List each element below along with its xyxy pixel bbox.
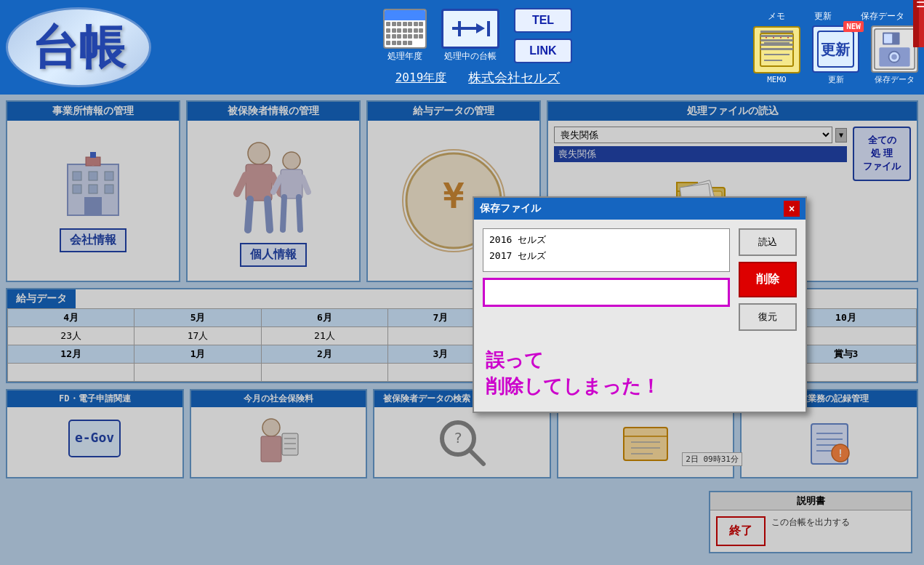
file-list: 2016 セルズ 2017 セルズ — [483, 228, 730, 272]
delete-button[interactable]: 削除 — [739, 262, 797, 297]
error-message-area: 誤って 削除してしまった！ — [474, 340, 806, 412]
modal-title: 保存ファイル — [480, 202, 541, 215]
modal-buttons: 読込 削除 復元 — [739, 228, 797, 331]
header: 台帳 — [0, 0, 924, 95]
yomikomi-button[interactable]: 読込 — [739, 228, 797, 256]
memo-icon — [753, 26, 800, 73]
fukugen-button[interactable]: 復元 — [739, 303, 797, 331]
company-name[interactable]: 株式会社セルズ — [468, 69, 560, 87]
svg-rect-4 — [917, 6, 924, 7]
modal-dialog: 保存ファイル × 2016 セルズ 2017 セルズ 読込 削除 復元 — [473, 196, 807, 413]
modal-overlay: 保存ファイル × 2016 セルズ 2017 セルズ 読込 削除 復元 — [0, 95, 924, 565]
memo-header-label: メモ — [768, 10, 785, 23]
logo-text: 台帳 — [32, 16, 125, 79]
svg-text:更新: 更新 — [820, 41, 850, 58]
calendar-button[interactable]: 処理年度 — [383, 9, 427, 63]
logo-oval: 台帳 — [6, 7, 151, 87]
file-item-2016[interactable]: 2016 セルズ — [486, 232, 726, 248]
header-bottom-row: 2019年度 株式会社セルズ — [395, 69, 561, 87]
savedata-header-label: 保存データ — [861, 10, 904, 23]
logo-area: 台帳 — [6, 7, 202, 87]
error-line1: 誤って — [486, 347, 794, 373]
modal-list-area: 2016 セルズ 2017 セルズ — [483, 228, 730, 331]
update-header-label: 更新 — [814, 10, 832, 23]
calendar-grid — [385, 20, 425, 47]
svg-rect-10 — [760, 33, 793, 66]
header-icons-row: MEMO NEW 更新 更新 — [753, 25, 918, 85]
svg-rect-26 — [884, 33, 892, 43]
modal-titlebar: 保存ファイル × — [474, 198, 806, 220]
header-center: 処理年度 処理中の台帳 TEL LINK — [202, 8, 753, 87]
new-badge: NEW — [843, 21, 864, 32]
calendar-label: 処理年度 — [387, 50, 422, 63]
selected-file-input[interactable] — [483, 278, 730, 307]
svg-point-24 — [891, 54, 897, 60]
memo-button[interactable]: MEMO — [753, 26, 800, 84]
error-message: 誤って 削除してしまった！ — [486, 347, 794, 400]
header-right: メモ 更新 保存データ — [753, 10, 918, 85]
daicyo-button[interactable]: 処理中の台帳 — [441, 9, 499, 63]
update-button[interactable]: NEW 更新 更新 — [812, 25, 859, 85]
svg-marker-7 — [476, 23, 485, 33]
update-icon: NEW 更新 — [812, 25, 859, 73]
header-top-row: 処理年度 処理中の台帳 TEL LINK — [383, 8, 572, 63]
arrow-icon — [441, 9, 499, 49]
memo-label: MEMO — [767, 75, 787, 84]
book-icon — [909, 0, 924, 51]
error-line2: 削除してしまった！ — [486, 373, 794, 399]
tel-link-group: TEL LINK — [514, 8, 572, 63]
header-right-labels: メモ 更新 保存データ — [768, 10, 904, 23]
tel-button[interactable]: TEL — [514, 8, 572, 33]
calendar-header — [385, 10, 425, 20]
savedata-label: 保存データ — [875, 74, 915, 85]
file-item-2017[interactable]: 2017 セルズ — [486, 248, 726, 264]
calendar-icon — [383, 9, 427, 49]
update-label: 更新 — [828, 74, 844, 85]
main-content: 事業所情報の管理 — [0, 95, 924, 565]
modal-close-button[interactable]: × — [784, 201, 800, 217]
svg-rect-3 — [917, 1, 924, 3]
modal-body: 2016 セルズ 2017 セルズ 読込 削除 復元 — [474, 220, 806, 340]
nendo-value[interactable]: 2019年度 — [395, 71, 447, 86]
daicyo-label: 処理中の台帳 — [444, 50, 497, 63]
link-button[interactable]: LINK — [514, 39, 572, 63]
